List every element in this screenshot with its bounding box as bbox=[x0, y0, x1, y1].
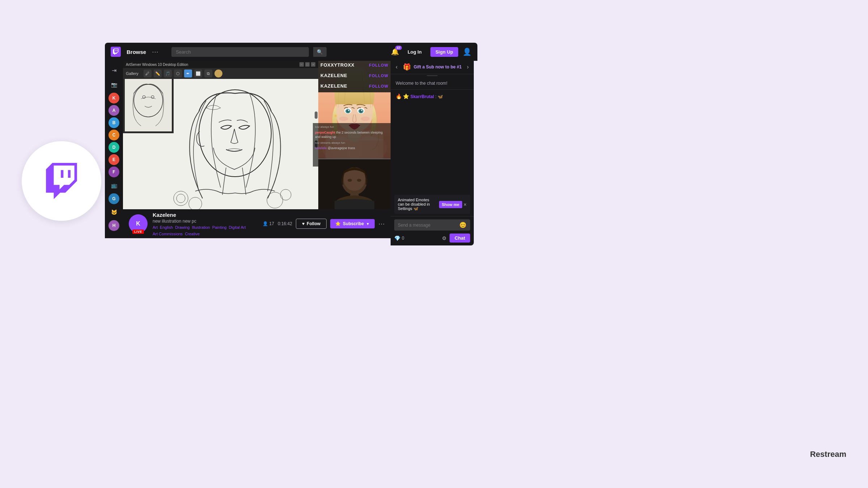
signup-button[interactable]: Sign Up bbox=[430, 47, 458, 57]
tag-painting[interactable]: Painting bbox=[212, 225, 227, 230]
gift-nav-left-button[interactable]: ‹ bbox=[396, 64, 397, 70]
follow-label: Follow bbox=[307, 221, 320, 226]
tool-layers[interactable]: ⧉ bbox=[204, 70, 212, 77]
emoji-picker-button[interactable]: 😊 bbox=[459, 222, 467, 228]
tag-art[interactable]: Art bbox=[153, 225, 158, 230]
camera-icon: 📷 bbox=[111, 82, 117, 88]
svg-rect-2 bbox=[125, 77, 172, 131]
cat-icon: 🐱 bbox=[111, 209, 117, 215]
chat-overlay-message: kaz always fun bbox=[315, 125, 388, 129]
sidebar-collapse-button[interactable]: ⇥ bbox=[107, 64, 120, 77]
sidebar-cat-icon[interactable]: 🐱 bbox=[107, 206, 120, 219]
sidebar-video-icon[interactable]: 📺 bbox=[107, 179, 120, 192]
nav-right-area: 🔔 47 Log In Sign Up 👤 bbox=[391, 47, 472, 57]
tag-creative[interactable]: Creative bbox=[185, 232, 200, 236]
bits-area: 💎 0 bbox=[394, 235, 404, 241]
chat-overlay-message: kaz streams always fun bbox=[315, 140, 388, 145]
tool-color-active[interactable]: ✒ bbox=[184, 70, 192, 77]
twitch-logo-circle bbox=[22, 141, 101, 221]
tool-smudge[interactable]: 🎵 bbox=[164, 70, 172, 77]
search-button[interactable]: 🔍 bbox=[313, 47, 327, 57]
stream-time: 0:16:42 bbox=[278, 221, 292, 226]
svg-point-34 bbox=[357, 179, 361, 182]
emoji-icon: 😊 bbox=[459, 222, 467, 228]
sidebar-item[interactable]: E bbox=[109, 154, 119, 165]
search-icon: 🔍 bbox=[317, 49, 323, 55]
chat-message-input[interactable] bbox=[398, 223, 456, 228]
follow-button[interactable]: ♥ Follow bbox=[296, 219, 327, 229]
emotes-butterfly-icon: 🦋 bbox=[413, 206, 418, 211]
window-maximize[interactable]: □ bbox=[305, 62, 310, 67]
gift-sub-banner: ‹ 🎁 Gift a Sub now to be #1 › bbox=[391, 60, 474, 74]
restream-watermark: Restream bbox=[810, 450, 846, 459]
stream-actions: 👤 17 0:16:42 ♥ Follow ⭐ Subscribe ▼ ⋯ bbox=[263, 219, 385, 229]
sidebar-item[interactable]: B bbox=[109, 117, 119, 128]
notifications-button[interactable]: 🔔 47 bbox=[391, 48, 399, 56]
subscribe-label: Subscribe bbox=[343, 221, 364, 226]
gift-banner-content: 🎁 Gift a Sub now to be #1 bbox=[403, 63, 462, 71]
tag-commissions[interactable]: Art Commissions bbox=[153, 232, 183, 236]
streamer-kazelene-row2: KAZELENE FOLLOW bbox=[318, 82, 391, 90]
gift-text[interactable]: Gift a Sub now to be #1 bbox=[414, 64, 462, 70]
browse-link[interactable]: Browse bbox=[127, 49, 146, 55]
twitch-nav-logo[interactable] bbox=[111, 47, 121, 57]
gift-nav-right-button[interactable]: › bbox=[467, 64, 469, 70]
window-close[interactable]: × bbox=[311, 62, 315, 67]
nav-more-icon[interactable]: ⋯ bbox=[152, 48, 158, 56]
sidebar-item[interactable]: C bbox=[109, 130, 119, 140]
chat-overlay-message: perpoCaught the 2 seconds between sleepi… bbox=[315, 130, 388, 139]
sidebar-item[interactable]: F bbox=[109, 167, 119, 177]
follow-kazelene-button2[interactable]: FOLLOW bbox=[369, 84, 388, 88]
streamer-foxxytroxx-name: FOXXYTROXX bbox=[320, 62, 354, 68]
gallery-label: Gallery bbox=[126, 71, 139, 76]
collapse-icon: ⇥ bbox=[112, 67, 116, 74]
sidebar-item[interactable]: K bbox=[109, 93, 119, 104]
drawing-app-titlebar: ArtServer Windows 10 Desktop Edition − □… bbox=[123, 61, 318, 68]
login-button[interactable]: Log In bbox=[403, 47, 426, 57]
tag-drawing[interactable]: Drawing bbox=[175, 225, 190, 230]
streamer-avatar: K LIVE bbox=[129, 214, 148, 233]
subscribe-button[interactable]: ⭐ Subscribe ▼ bbox=[330, 219, 375, 228]
webcam-svg bbox=[318, 159, 391, 209]
tag-illustration[interactable]: Illustration bbox=[192, 225, 210, 230]
tag-english[interactable]: English bbox=[160, 225, 173, 230]
sidebar-item[interactable]: A bbox=[109, 105, 119, 116]
streamer-kazelene-row1: KAZELENE FOLLOW bbox=[318, 71, 391, 80]
follow-heart-icon: ♥ bbox=[302, 221, 305, 226]
emotes-show-me-button[interactable]: Show me bbox=[439, 201, 462, 208]
chat-username: SkarrBrutal bbox=[410, 94, 434, 99]
gift-icon: 🎁 bbox=[403, 63, 411, 71]
emotes-banner-text: Animated Emotes can be disabled in Setti… bbox=[398, 198, 436, 211]
tag-digital-art[interactable]: Digital Art bbox=[229, 225, 246, 230]
video-area bbox=[123, 75, 318, 209]
sidebar-camera-button[interactable]: 📷 bbox=[107, 78, 120, 91]
window-minimize[interactable]: − bbox=[299, 62, 304, 67]
sidebar-item[interactable]: G bbox=[109, 193, 119, 204]
sidebar-item[interactable]: D bbox=[109, 142, 119, 153]
chat-send-button[interactable]: Chat bbox=[450, 234, 470, 243]
restream-label: Restream bbox=[810, 450, 846, 459]
search-input[interactable] bbox=[171, 47, 309, 57]
top-navigation: Browse ⋯ 🔍 🔔 47 Log In Sign Up 👤 bbox=[105, 43, 477, 61]
subscribe-star-icon: ⭐ bbox=[335, 221, 341, 226]
sidebar-item[interactable]: H bbox=[109, 220, 119, 231]
more-options-button[interactable]: ⋯ bbox=[378, 220, 385, 228]
color-picker[interactable] bbox=[214, 70, 222, 77]
live-badge: LIVE bbox=[132, 230, 144, 234]
user-menu-icon[interactable]: 👤 bbox=[463, 47, 472, 56]
chat-panel: ⇥ STREAM CHAT 👥 ‹ 🎁 Gift a Sub now to be… bbox=[391, 43, 474, 245]
tool-brush[interactable]: ✏️ bbox=[154, 70, 162, 77]
follow-kazelene-button1[interactable]: FOLLOW bbox=[369, 73, 388, 78]
chat-messages-area: 🔥 ⭐ SkarrBrutal : 🦋 bbox=[391, 90, 474, 193]
follow-foxxytroxx-button[interactable]: FOLLOW bbox=[369, 63, 388, 67]
viewer-icon: 👤 bbox=[263, 221, 268, 226]
svg-point-26 bbox=[339, 117, 348, 121]
stream-title: new illustration new pc bbox=[153, 219, 258, 224]
emotes-close-button[interactable]: × bbox=[464, 202, 467, 207]
chat-settings-button[interactable]: ⚙ bbox=[442, 235, 447, 241]
welcome-text: Welcome to the chat room! bbox=[396, 81, 447, 86]
tool-pencil[interactable]: 🖊 bbox=[144, 70, 152, 77]
tool-shape[interactable]: ⬡ bbox=[174, 70, 182, 77]
tool-eraser[interactable]: ⬜ bbox=[194, 70, 202, 77]
stream-info-text: Kazelene new illustration new pc Art Eng… bbox=[153, 212, 258, 236]
